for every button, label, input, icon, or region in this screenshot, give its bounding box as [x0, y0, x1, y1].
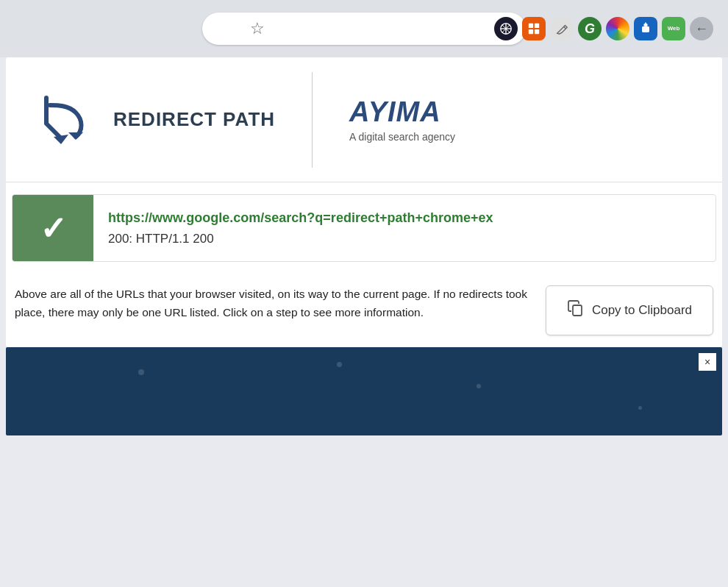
bottom-section: Above are all of the URLs that your brow… — [6, 274, 722, 347]
svg-marker-17 — [68, 132, 83, 140]
svg-rect-7 — [529, 29, 533, 34]
checkmark-icon: ✓ — [40, 210, 67, 247]
popup-header: REDIRECT PATH AYIMA A digital search age… — [6, 57, 722, 182]
ayima-logo-text: AYIMA — [349, 96, 441, 128]
back-arrow-icon[interactable]: ← — [690, 17, 713, 40]
ad-close-icon: × — [704, 356, 710, 368]
robot-extension-icon[interactable] — [634, 17, 657, 40]
svg-rect-5 — [529, 24, 533, 28]
description-text: Above are all of the URLs that your brow… — [15, 285, 531, 322]
ayima-logo-group: AYIMA A digital search agency — [349, 96, 455, 143]
colorful-extension-icon[interactable] — [606, 17, 629, 40]
orange-extension-icon[interactable] — [522, 17, 546, 40]
http-status-text: 200: HTTP/1.1 200 — [108, 232, 701, 246]
webchatgpt-extension-icon[interactable]: Web — [662, 17, 685, 40]
redirect-path-logo-icon — [35, 87, 101, 153]
extension-icons-group: G Web ← — [494, 17, 713, 40]
copy-icon — [567, 299, 585, 321]
ad-dot-3 — [638, 406, 642, 410]
ad-banner: × — [6, 347, 722, 435]
redirect-path-title: REDIRECT PATH — [113, 108, 275, 131]
svg-point-13 — [646, 29, 649, 31]
url-info-container: https://www.google.com/search?q=redirect… — [93, 200, 715, 257]
result-url[interactable]: https://www.google.com/search?q=redirect… — [108, 210, 701, 226]
ad-dot-1 — [138, 369, 144, 375]
svg-line-9 — [564, 26, 566, 29]
ad-close-button[interactable]: × — [699, 353, 716, 371]
grammarly-extension-icon[interactable]: G — [578, 17, 602, 40]
svg-rect-8 — [535, 29, 539, 34]
chrome-toolbar: ☆ — [0, 0, 728, 57]
svg-rect-19 — [573, 305, 582, 316]
edit-extension-icon[interactable] — [550, 17, 574, 40]
bookmark-star-icon[interactable]: ☆ — [250, 19, 265, 38]
svg-point-12 — [643, 29, 646, 31]
perplexity-extension-icon[interactable] — [494, 17, 518, 40]
svg-point-16 — [645, 23, 646, 24]
ayima-tagline: A digital search agency — [349, 131, 455, 143]
copy-to-clipboard-button[interactable]: Copy to Clipboard — [546, 285, 713, 335]
url-result-row[interactable]: ✓ https://www.google.com/search?q=redire… — [12, 194, 716, 262]
svg-rect-6 — [535, 24, 539, 28]
svg-rect-14 — [644, 31, 646, 32]
status-indicator-box: ✓ — [13, 195, 93, 261]
ad-dot-2 — [477, 384, 481, 388]
extension-popup: REDIRECT PATH AYIMA A digital search age… — [6, 57, 722, 347]
header-divider — [312, 72, 313, 168]
copy-button-label: Copy to Clipboard — [592, 303, 692, 318]
ad-dot-4 — [337, 362, 342, 367]
redirect-path-logo-group: REDIRECT PATH — [35, 87, 275, 153]
